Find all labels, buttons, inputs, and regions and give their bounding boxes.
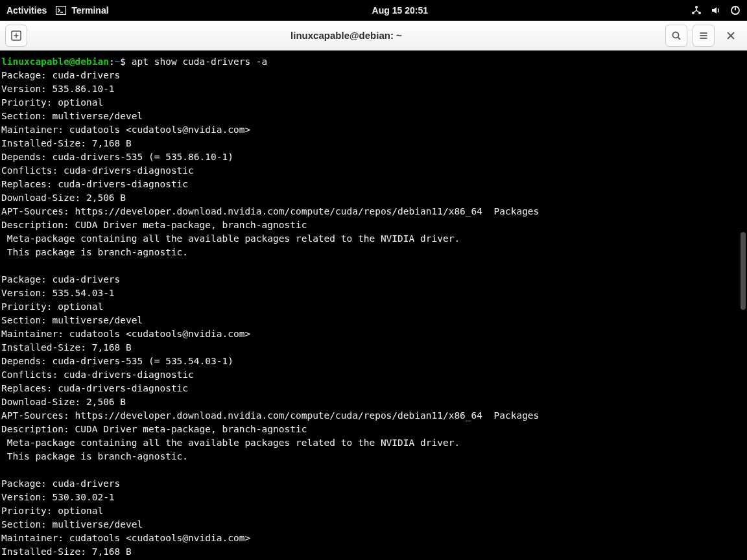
- hamburger-icon: [698, 30, 709, 41]
- svg-point-10: [672, 32, 678, 38]
- gnome-topbar: Activities Terminal Aug 15 20:51: [0, 0, 747, 21]
- svg-rect-0: [56, 6, 66, 15]
- menu-button[interactable]: [693, 25, 715, 47]
- activities-button[interactable]: Activities: [6, 5, 47, 16]
- volume-icon[interactable]: [711, 5, 721, 16]
- window-title: linuxcapable@debian: ~: [290, 30, 402, 41]
- network-icon[interactable]: [691, 5, 702, 16]
- search-icon: [671, 30, 682, 41]
- svg-point-2: [695, 6, 698, 8]
- close-button[interactable]: [720, 25, 742, 47]
- close-icon: [726, 31, 735, 40]
- current-app-label: Terminal: [71, 5, 108, 16]
- clock[interactable]: Aug 15 20:51: [372, 5, 428, 16]
- terminal-content[interactable]: linuxcapable@debian:~$ apt show cuda-dri…: [0, 51, 747, 559]
- search-button[interactable]: [665, 25, 687, 47]
- power-icon[interactable]: [730, 5, 741, 16]
- window-titlebar: linuxcapable@debian: ~: [0, 21, 747, 51]
- scrollbar-track[interactable]: [739, 51, 747, 560]
- svg-line-11: [678, 37, 680, 40]
- terminal-viewport[interactable]: linuxcapable@debian:~$ apt show cuda-dri…: [0, 51, 747, 560]
- terminal-app-icon: [56, 6, 66, 15]
- current-app[interactable]: Terminal: [56, 5, 108, 16]
- plus-icon: [11, 30, 21, 41]
- new-tab-button[interactable]: [5, 25, 27, 47]
- scrollbar-thumb[interactable]: [741, 232, 746, 310]
